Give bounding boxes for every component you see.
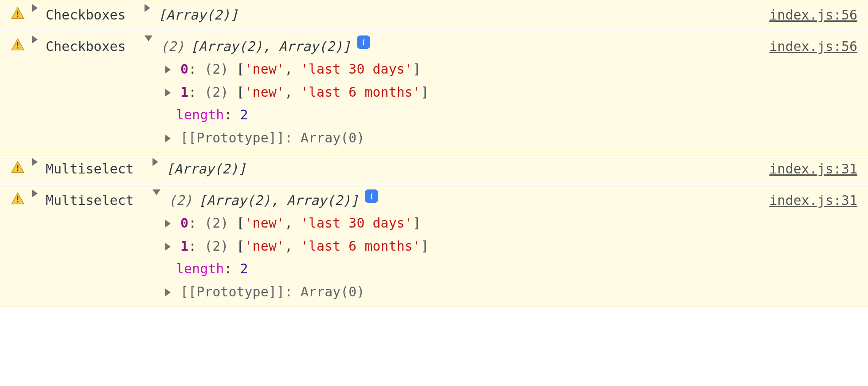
- item-count: (2): [204, 61, 228, 77]
- length-key: length: [176, 261, 224, 276]
- svg-rect-0: [17, 11, 19, 15]
- log-label: Multiselect: [46, 158, 134, 180]
- expand-icon[interactable]: [32, 4, 38, 12]
- length-property: length: 2: [165, 103, 857, 126]
- item-count: (2): [204, 84, 228, 100]
- svg-rect-7: [17, 201, 19, 202]
- length-value: 2: [240, 261, 248, 276]
- string-value: 'last 30 days': [301, 215, 413, 231]
- svg-rect-6: [17, 196, 19, 200]
- console-warning-row: Checkboxes (2) [Array(2), Array(2)] i in…: [0, 32, 868, 153]
- log-summary[interactable]: [Array(2)]: [166, 158, 246, 180]
- property-index: 1: [180, 84, 188, 100]
- array-item[interactable]: 1: (2) ['new', 'last 6 months']: [165, 80, 857, 103]
- source-link[interactable]: index.js:56: [769, 35, 857, 58]
- string-value: 'new': [245, 238, 285, 254]
- warning-icon: [10, 158, 26, 173]
- svg-rect-4: [17, 165, 19, 169]
- expand-icon[interactable]: [32, 189, 38, 197]
- log-label: Multiselect: [46, 189, 134, 212]
- string-value: 'last 30 days': [301, 61, 413, 77]
- expanded-properties: 0: (2) ['new', 'last 30 days'] 1: (2) ['…: [165, 57, 857, 149]
- log-summary[interactable]: [Array(2)]: [158, 4, 239, 26]
- item-count: (2): [204, 238, 228, 254]
- prototype-value: Array(0): [301, 284, 365, 299]
- console-warning-row: Multiselect (2) [Array(2), Array(2)] i i…: [0, 185, 868, 307]
- expand-object-icon[interactable]: [152, 158, 158, 166]
- prototype-property[interactable]: [[Prototype]]: Array(0): [165, 126, 857, 149]
- string-value: 'last 6 months': [301, 84, 421, 100]
- log-label: Checkboxes: [46, 4, 126, 26]
- source-link[interactable]: index.js:56: [769, 4, 857, 26]
- info-icon[interactable]: i: [357, 35, 370, 49]
- svg-rect-5: [17, 169, 19, 171]
- warning-icon: [10, 189, 26, 205]
- console-warning-row: Checkboxes [Array(2)] index.js:56: [0, 0, 868, 30]
- prototype-key: [[Prototype]]: [180, 130, 285, 146]
- expand-icon[interactable]: [165, 66, 171, 74]
- property-index: 0: [180, 61, 188, 77]
- array-count: (2): [168, 189, 192, 212]
- expand-icon[interactable]: [165, 220, 171, 228]
- source-link[interactable]: index.js:31: [769, 189, 857, 212]
- length-key: length: [176, 107, 224, 122]
- expand-icon[interactable]: [32, 158, 38, 166]
- prototype-property[interactable]: [[Prototype]]: Array(0): [165, 280, 857, 303]
- string-value: 'new': [245, 61, 285, 77]
- expand-object-icon[interactable]: [145, 4, 150, 12]
- array-count: (2): [160, 35, 184, 58]
- array-item[interactable]: 1: (2) ['new', 'last 6 months']: [165, 234, 857, 257]
- warning-icon: [10, 35, 26, 51]
- string-value: 'last 6 months': [301, 238, 421, 254]
- console-warning-row: Multiselect [Array(2)] index.js:31: [0, 154, 868, 184]
- item-count: (2): [204, 215, 228, 231]
- source-link[interactable]: index.js:31: [769, 158, 857, 180]
- expand-icon[interactable]: [165, 288, 171, 296]
- string-value: 'new': [245, 215, 285, 231]
- string-value: 'new': [245, 84, 285, 100]
- expand-icon[interactable]: [165, 89, 171, 97]
- info-icon[interactable]: i: [365, 189, 378, 203]
- log-summary[interactable]: [Array(2), Array(2)]: [191, 35, 351, 58]
- svg-rect-3: [17, 47, 19, 48]
- array-item[interactable]: 0: (2) ['new', 'last 30 days']: [165, 57, 857, 80]
- expand-icon[interactable]: [165, 134, 171, 142]
- expand-icon[interactable]: [165, 243, 171, 251]
- collapse-object-icon[interactable]: [145, 35, 152, 41]
- log-label: Checkboxes: [46, 35, 126, 58]
- log-summary[interactable]: [Array(2), Array(2)]: [199, 189, 359, 212]
- expand-icon[interactable]: [32, 35, 38, 43]
- property-index: 1: [180, 238, 188, 254]
- warning-icon: [10, 4, 26, 19]
- array-item[interactable]: 0: (2) ['new', 'last 30 days']: [165, 211, 857, 234]
- expanded-properties: 0: (2) ['new', 'last 30 days'] 1: (2) ['…: [165, 211, 857, 303]
- property-index: 0: [180, 215, 188, 231]
- length-property: length: 2: [165, 257, 857, 280]
- prototype-key: [[Prototype]]: [180, 284, 285, 299]
- svg-rect-2: [17, 42, 19, 46]
- prototype-value: Array(0): [301, 130, 365, 146]
- collapse-object-icon[interactable]: [152, 189, 160, 195]
- length-value: 2: [240, 107, 248, 122]
- svg-rect-1: [17, 16, 19, 17]
